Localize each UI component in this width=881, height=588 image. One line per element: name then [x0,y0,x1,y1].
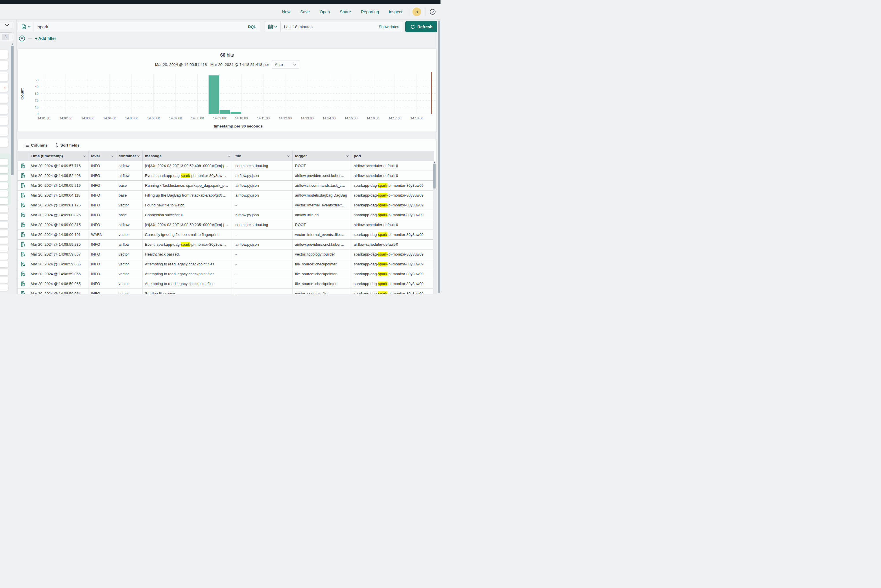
expand-document-button[interactable] [18,269,29,279]
expand-document-button[interactable] [18,249,29,259]
top-nav-item-inspect[interactable]: Inspect [389,9,402,14]
table-scroll-up-arrow[interactable] [433,162,436,164]
sort-fields-button[interactable]: Sort fields [55,143,80,147]
sidebar-field-button[interactable] [0,61,8,70]
top-nav-item-share[interactable]: Share [340,9,351,14]
expand-document-button[interactable] [18,190,29,200]
expand-document-button[interactable] [18,220,29,230]
container-cell-text: vector [119,272,129,276]
sidebar-field-button[interactable] [0,230,8,236]
pod-cell: sparkapp-dag-spark-pi-monitor-80y3uw09 [352,289,434,294]
message-cell-text: Attempting to read legacy checkpoint fil… [145,282,215,286]
opensearch-discover-page: NewSaveOpenShareReportingInspect a ? [0,0,440,294]
chevron-down-icon[interactable] [346,155,349,157]
expand-document-button[interactable] [18,279,29,288]
saved-query-menu-button[interactable] [18,21,34,32]
chevron-down-icon[interactable] [83,155,86,157]
sidebar-field-button[interactable] [0,285,8,291]
time-cell-text: Mar 20, 2024 @ 14:09:00.101 [31,232,81,237]
sidebar-field-button[interactable] [0,105,8,114]
page-scrollbar-thumb[interactable] [438,21,440,293]
chevron-down-icon[interactable] [137,155,140,157]
columns-button[interactable]: Columns [25,143,48,147]
search-highlight: spark [378,291,387,294]
top-nav-item-reporting[interactable]: Reporting [361,9,379,14]
expand-document-button[interactable] [18,289,29,294]
histogram-bar[interactable] [219,110,230,114]
sidebar-field-button[interactable] [0,72,8,81]
expand-document-button[interactable] [18,181,29,190]
search-input[interactable]: spark DQL [34,21,260,32]
sidebar-field-button[interactable] [0,277,8,283]
column-header-pod[interactable]: pod [352,151,434,161]
sidebar-field-button[interactable] [0,182,8,189]
sidebar-scroll-up-arrow[interactable] [11,44,14,45]
sidebar-field-button[interactable]: × [0,83,8,92]
top-nav-item-open[interactable]: Open [320,9,330,14]
file-cell: - [233,230,293,239]
chevron-down-icon[interactable] [228,155,230,157]
column-header-file[interactable]: file [233,151,293,161]
show-dates-button[interactable]: Show dates [379,25,399,29]
page-scrollbar[interactable] [437,20,440,294]
interval-select[interactable]: Auto [272,60,299,69]
avatar[interactable]: a [412,8,421,16]
expand-document-button[interactable] [18,230,29,239]
histogram-bar[interactable] [209,75,219,114]
sidebar-field-button[interactable] [0,167,8,173]
table-scrollbar[interactable] [433,161,436,294]
sidebar-field-button[interactable] [0,138,8,147]
chevron-down-icon[interactable] [111,155,114,157]
sidebar-field-button[interactable] [0,50,8,58]
sidebar-field-button[interactable] [0,159,8,165]
pod-cell-text: sparkapp-dag-spark-pi-monitor-80y3uw09 [354,183,424,188]
expand-document-button[interactable] [18,210,29,220]
top-nav-item-new[interactable]: New [282,9,290,14]
refresh-button[interactable]: Refresh [405,21,437,32]
sidebar-scrollbar[interactable] [11,46,14,175]
message-cell: Attempting to read legacy checkpoint fil… [143,269,233,279]
sidebar-field-button[interactable] [0,253,8,260]
expand-document-button[interactable] [18,161,29,171]
add-filter-button[interactable]: + Add filter [35,36,56,41]
table-scrollbar-thumb[interactable] [433,164,436,189]
sidebar-field-button[interactable] [0,94,8,103]
sidebar-field-button[interactable] [0,175,8,181]
sidebar-field-button[interactable] [0,214,8,220]
expand-document-button[interactable] [18,171,29,180]
sidebar-field-button[interactable] [0,206,8,213]
sidebar-field-button[interactable] [0,269,8,275]
sidebar-field-button[interactable] [0,127,8,136]
sidebar-collapse-button[interactable] [0,21,12,29]
column-header-message[interactable]: message [143,151,233,161]
column-header-level[interactable]: level [89,151,116,161]
expand-document-button[interactable] [18,200,29,210]
sidebar-field-button[interactable] [0,245,8,252]
sidebar-field-button[interactable] [0,261,8,267]
quick-select-menu-button[interactable] [265,21,281,32]
logger-cell-text: airflow.utils.db [295,213,319,217]
query-language-button[interactable]: DQL [248,25,256,29]
sidebar-field-button[interactable] [0,198,8,204]
help-button[interactable]: ? [429,8,436,16]
column-header-logger[interactable]: logger [293,151,352,161]
sidebar-field-button[interactable] [0,238,8,244]
histogram-chart[interactable]: 14:01:0014:02:0014:03:0014:04:0014:05:00… [18,70,437,129]
message-cell: Filling up the DagBag from /stackable/ap… [143,190,233,200]
sidebar-field-button[interactable] [0,222,8,228]
time-range-button[interactable]: Last 18 minutes Show dates [281,21,403,32]
sidebar-field-button[interactable] [0,190,8,196]
column-header-time[interactable]: Time (timestamp) [29,151,89,161]
column-header-container[interactable]: container [116,151,143,161]
histogram-bar[interactable] [230,112,241,114]
expand-document-button[interactable] [18,240,29,249]
expand-document-button[interactable] [18,259,29,269]
filter-icon[interactable] [19,35,25,42]
remove-field-icon[interactable]: × [3,85,6,90]
chevron-down-icon[interactable] [287,155,290,157]
x-tick-label: 14:07:00 [169,117,182,120]
selected-fields-count[interactable]: 3 [0,32,12,41]
top-nav-item-save[interactable]: Save [300,9,310,14]
message-cell: Found new file to watch. [143,200,233,210]
sidebar-field-button[interactable] [0,116,8,125]
